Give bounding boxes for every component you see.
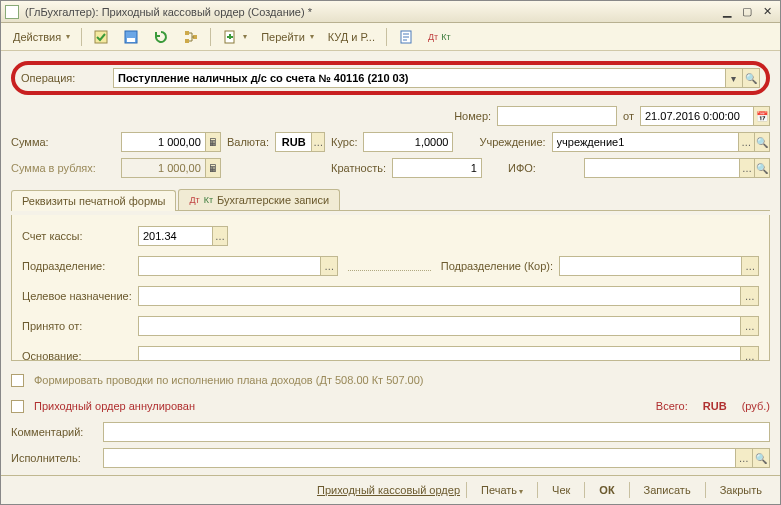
performer-input[interactable] — [104, 449, 735, 467]
separator — [537, 482, 538, 498]
date-input[interactable] — [641, 107, 753, 125]
cash-account-field[interactable]: … — [138, 226, 228, 246]
rate-label: Курс: — [331, 136, 357, 148]
goto-menu[interactable]: Перейти — [255, 29, 320, 45]
number-input[interactable] — [498, 107, 616, 125]
subdiv-input[interactable] — [139, 257, 320, 275]
separator — [466, 482, 467, 498]
check-button[interactable]: Чек — [544, 482, 578, 498]
ellipsis-icon[interactable]: … — [739, 159, 754, 177]
footer-bar: Приходный кассовый ордер Печать Чек ОК З… — [1, 475, 780, 504]
operation-field[interactable]: ▾ 🔍 — [113, 68, 760, 88]
save-button-tb[interactable] — [117, 27, 145, 47]
operation-input[interactable] — [114, 69, 725, 87]
search-icon[interactable]: 🔍 — [754, 133, 769, 151]
doc-link[interactable]: Приходный кассовый ордер — [317, 484, 460, 496]
mult-input[interactable] — [393, 159, 481, 177]
toolbar: Действия Перейти КУД и Р... ДтКт — [1, 23, 780, 51]
ellipsis-icon[interactable]: … — [741, 257, 758, 275]
ellipsis-icon[interactable]: … — [740, 347, 758, 361]
total-label: Всего: — [656, 400, 688, 412]
basis-label: Основание: — [22, 350, 132, 361]
basis-field[interactable]: … — [138, 346, 759, 361]
form-postings-label: Формировать проводки по исполнению плана… — [34, 374, 424, 386]
search-icon[interactable]: 🔍 — [742, 69, 759, 87]
ellipsis-icon[interactable]: … — [212, 227, 227, 245]
calendar-icon[interactable]: 📅 — [753, 107, 769, 125]
subdiv-kor-field[interactable]: … — [559, 256, 759, 276]
sum-label: Сумма: — [11, 136, 115, 148]
ifo-input[interactable] — [585, 159, 739, 177]
dt-icon: Дт — [189, 195, 199, 205]
form-postings-checkbox[interactable] — [11, 374, 24, 387]
based-on-button[interactable] — [216, 27, 253, 47]
operation-highlight: Операция: ▾ 🔍 — [11, 61, 770, 95]
kt-icon: Кт — [204, 195, 213, 205]
minimize-button[interactable]: ▁ — [718, 4, 736, 20]
maximize-button[interactable]: ▢ — [738, 4, 756, 20]
sum-rub-field: 🖩 — [121, 158, 221, 178]
comment-input[interactable] — [104, 423, 769, 441]
basis-input[interactable] — [139, 347, 740, 361]
cash-account-input[interactable] — [139, 227, 212, 245]
calculator-icon[interactable]: 🖩 — [205, 133, 220, 151]
report-button[interactable] — [392, 27, 420, 47]
annulled-label: Приходный ордер аннулирован — [34, 400, 195, 412]
currency-input[interactable] — [276, 133, 311, 151]
post-button[interactable] — [87, 27, 115, 47]
ellipsis-icon[interactable]: … — [311, 133, 324, 151]
tab-print-form[interactable]: Реквизиты печатной формы — [11, 190, 176, 211]
tree-button[interactable] — [177, 27, 205, 47]
print-button[interactable]: Печать — [473, 482, 531, 498]
ellipsis-icon[interactable]: … — [735, 449, 752, 467]
purpose-input[interactable] — [139, 287, 740, 305]
search-icon[interactable]: 🔍 — [752, 449, 769, 467]
sum-field[interactable]: 🖩 — [121, 132, 221, 152]
refresh-button[interactable] — [147, 27, 175, 47]
app-icon — [5, 5, 19, 19]
currency-label: Валюта: — [227, 136, 269, 148]
mult-label: Кратность: — [331, 162, 386, 174]
received-from-input[interactable] — [139, 317, 740, 335]
currency-field[interactable]: … — [275, 132, 325, 152]
subdiv-field[interactable]: … — [138, 256, 338, 276]
received-from-field[interactable]: … — [138, 316, 759, 336]
save-button[interactable]: Записать — [636, 482, 699, 498]
close-button[interactable]: Закрыть — [712, 482, 770, 498]
tab-accounting-entries[interactable]: ДтКт Бухгалтерские записи — [178, 189, 340, 210]
ok-button[interactable]: ОК — [591, 482, 622, 498]
rate-field[interactable] — [363, 132, 453, 152]
rate-input[interactable] — [364, 133, 452, 151]
subdiv-label: Подразделение: — [22, 260, 132, 272]
separator — [705, 482, 706, 498]
kud-button[interactable]: КУД и Р... — [322, 29, 381, 45]
tab-bar: Реквизиты печатной формы ДтКт Бухгалтерс… — [11, 189, 770, 211]
actions-menu[interactable]: Действия — [7, 29, 76, 45]
org-input[interactable] — [553, 133, 738, 151]
sum-rub-label: Сумма в рублях: — [11, 162, 115, 174]
dt-kt-button[interactable]: ДтКт — [422, 30, 457, 44]
annulled-checkbox[interactable] — [11, 400, 24, 413]
subdiv-kor-input[interactable] — [560, 257, 741, 275]
subdiv-kor-label: Подразделение (Кор): — [441, 260, 553, 272]
dotted-line — [348, 270, 431, 271]
org-field[interactable]: … 🔍 — [552, 132, 770, 152]
purpose-field[interactable]: … — [138, 286, 759, 306]
number-field[interactable] — [497, 106, 617, 126]
ifo-label: ИФО: — [508, 162, 578, 174]
sum-input[interactable] — [122, 133, 205, 151]
ifo-field[interactable]: … 🔍 — [584, 158, 770, 178]
close-window-button[interactable]: ✕ — [758, 4, 776, 20]
ellipsis-icon[interactable]: … — [740, 317, 758, 335]
performer-field[interactable]: … 🔍 — [103, 448, 770, 468]
mult-field[interactable] — [392, 158, 482, 178]
comment-field[interactable] — [103, 422, 770, 442]
svg-rect-2 — [127, 38, 135, 42]
dropdown-icon[interactable]: ▾ — [725, 69, 742, 87]
ellipsis-icon[interactable]: … — [740, 287, 758, 305]
ellipsis-icon[interactable]: … — [738, 133, 753, 151]
search-icon[interactable]: 🔍 — [754, 159, 769, 177]
date-field[interactable]: 📅 — [640, 106, 770, 126]
ellipsis-icon[interactable]: … — [320, 257, 337, 275]
performer-label: Исполнитель: — [11, 452, 97, 464]
